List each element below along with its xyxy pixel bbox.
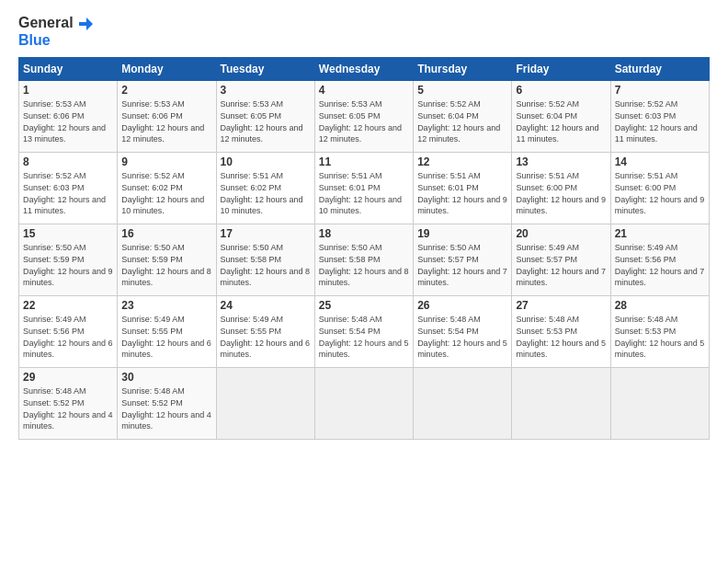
table-row: 18Sunrise: 5:50 AMSunset: 5:58 PMDayligh… xyxy=(314,224,413,296)
calendar-table: Sunday Monday Tuesday Wednesday Thursday… xyxy=(18,57,710,440)
table-row xyxy=(216,368,314,440)
table-row: 24Sunrise: 5:49 AMSunset: 5:55 PMDayligh… xyxy=(216,296,314,368)
table-row: 30Sunrise: 5:48 AMSunset: 5:52 PMDayligh… xyxy=(118,368,216,440)
svg-marker-0 xyxy=(79,17,93,30)
table-row: 7Sunrise: 5:52 AMSunset: 6:03 PMDaylight… xyxy=(610,81,709,153)
col-tuesday: Tuesday xyxy=(216,58,314,81)
table-row: 27Sunrise: 5:48 AMSunset: 5:53 PMDayligh… xyxy=(512,296,610,368)
table-row: 21Sunrise: 5:49 AMSunset: 5:56 PMDayligh… xyxy=(610,224,709,296)
table-row: 26Sunrise: 5:48 AMSunset: 5:54 PMDayligh… xyxy=(414,296,512,368)
col-saturday: Saturday xyxy=(610,58,709,81)
table-row: 19Sunrise: 5:50 AMSunset: 5:57 PMDayligh… xyxy=(414,224,512,296)
table-row: 10Sunrise: 5:51 AMSunset: 6:02 PMDayligh… xyxy=(216,153,314,224)
table-row xyxy=(414,368,512,440)
table-row: 11Sunrise: 5:51 AMSunset: 6:01 PMDayligh… xyxy=(314,153,413,224)
table-row: 6Sunrise: 5:52 AMSunset: 6:04 PMDaylight… xyxy=(512,81,610,153)
table-row: 16Sunrise: 5:50 AMSunset: 5:59 PMDayligh… xyxy=(118,224,216,296)
table-row xyxy=(610,368,709,440)
table-row xyxy=(512,368,610,440)
table-row: 14Sunrise: 5:51 AMSunset: 6:00 PMDayligh… xyxy=(610,153,709,224)
calendar-row: 22Sunrise: 5:49 AMSunset: 5:56 PMDayligh… xyxy=(19,296,710,368)
page: General Blue Sunday Monday Tuesday Wedne… xyxy=(0,0,728,563)
table-row: 28Sunrise: 5:48 AMSunset: 5:53 PMDayligh… xyxy=(610,296,709,368)
table-row: 4Sunrise: 5:53 AMSunset: 6:05 PMDaylight… xyxy=(314,81,413,153)
logo: General Blue xyxy=(18,15,94,48)
logo-arrow-icon xyxy=(77,16,94,32)
table-row xyxy=(314,368,413,440)
table-row: 13Sunrise: 5:51 AMSunset: 6:00 PMDayligh… xyxy=(512,153,610,224)
calendar-row: 1Sunrise: 5:53 AMSunset: 6:06 PMDaylight… xyxy=(19,81,710,153)
table-row: 17Sunrise: 5:50 AMSunset: 5:58 PMDayligh… xyxy=(216,224,314,296)
table-row: 29Sunrise: 5:48 AMSunset: 5:52 PMDayligh… xyxy=(19,368,118,440)
calendar-row: 8Sunrise: 5:52 AMSunset: 6:03 PMDaylight… xyxy=(19,153,710,224)
table-row: 12Sunrise: 5:51 AMSunset: 6:01 PMDayligh… xyxy=(414,153,512,224)
calendar-row: 29Sunrise: 5:48 AMSunset: 5:52 PMDayligh… xyxy=(19,368,710,440)
table-row: 9Sunrise: 5:52 AMSunset: 6:02 PMDaylight… xyxy=(118,153,216,224)
table-row: 5Sunrise: 5:52 AMSunset: 6:04 PMDaylight… xyxy=(414,81,512,153)
table-row: 25Sunrise: 5:48 AMSunset: 5:54 PMDayligh… xyxy=(314,296,413,368)
table-row: 20Sunrise: 5:49 AMSunset: 5:57 PMDayligh… xyxy=(512,224,610,296)
table-row: 23Sunrise: 5:49 AMSunset: 5:55 PMDayligh… xyxy=(118,296,216,368)
header-row: Sunday Monday Tuesday Wednesday Thursday… xyxy=(19,58,710,81)
table-row: 15Sunrise: 5:50 AMSunset: 5:59 PMDayligh… xyxy=(19,224,118,296)
col-sunday: Sunday xyxy=(19,58,118,81)
calendar-row: 15Sunrise: 5:50 AMSunset: 5:59 PMDayligh… xyxy=(19,224,710,296)
table-row: 1Sunrise: 5:53 AMSunset: 6:06 PMDaylight… xyxy=(19,81,118,153)
col-monday: Monday xyxy=(118,58,216,81)
table-row: 2Sunrise: 5:53 AMSunset: 6:06 PMDaylight… xyxy=(118,81,216,153)
table-row: 3Sunrise: 5:53 AMSunset: 6:05 PMDaylight… xyxy=(216,81,314,153)
logo-text: General Blue xyxy=(18,15,94,48)
col-thursday: Thursday xyxy=(414,58,512,81)
header: General Blue xyxy=(18,15,710,48)
table-row: 8Sunrise: 5:52 AMSunset: 6:03 PMDaylight… xyxy=(19,153,118,224)
table-row: 22Sunrise: 5:49 AMSunset: 5:56 PMDayligh… xyxy=(19,296,118,368)
col-wednesday: Wednesday xyxy=(314,58,413,81)
col-friday: Friday xyxy=(512,58,610,81)
